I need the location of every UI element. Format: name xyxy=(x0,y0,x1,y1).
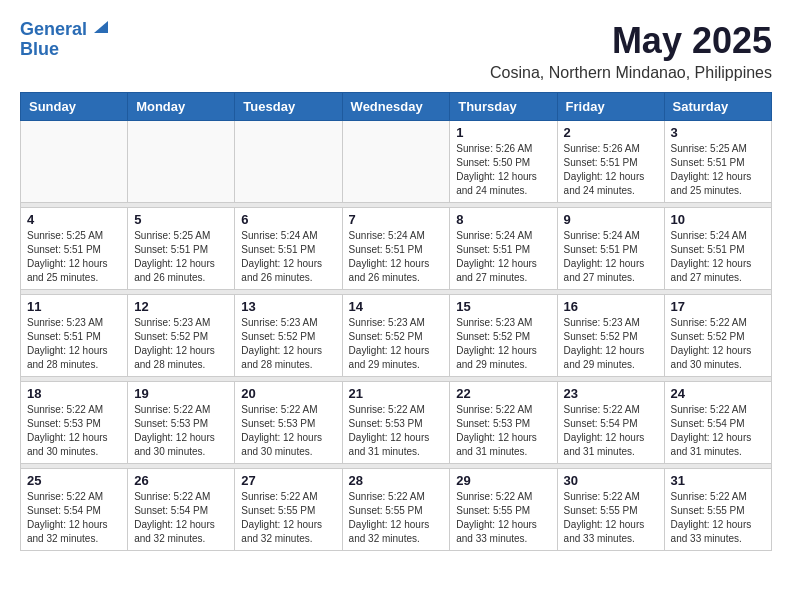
weekday-header: Thursday xyxy=(450,93,557,121)
day-info: Sunrise: 5:25 AM Sunset: 5:51 PM Dayligh… xyxy=(27,229,121,285)
calendar-cell: 13Sunrise: 5:23 AM Sunset: 5:52 PM Dayli… xyxy=(235,295,342,377)
day-number: 15 xyxy=(456,299,550,314)
day-info: Sunrise: 5:23 AM Sunset: 5:52 PM Dayligh… xyxy=(349,316,444,372)
svg-marker-0 xyxy=(94,21,108,33)
day-number: 5 xyxy=(134,212,228,227)
calendar-cell: 7Sunrise: 5:24 AM Sunset: 5:51 PM Daylig… xyxy=(342,208,450,290)
day-number: 20 xyxy=(241,386,335,401)
day-info: Sunrise: 5:22 AM Sunset: 5:55 PM Dayligh… xyxy=(564,490,658,546)
calendar-cell: 16Sunrise: 5:23 AM Sunset: 5:52 PM Dayli… xyxy=(557,295,664,377)
location-title: Cosina, Northern Mindanao, Philippines xyxy=(490,64,772,82)
day-info: Sunrise: 5:22 AM Sunset: 5:54 PM Dayligh… xyxy=(671,403,765,459)
calendar-cell: 2Sunrise: 5:26 AM Sunset: 5:51 PM Daylig… xyxy=(557,121,664,203)
day-info: Sunrise: 5:22 AM Sunset: 5:54 PM Dayligh… xyxy=(27,490,121,546)
day-number: 3 xyxy=(671,125,765,140)
calendar-cell: 21Sunrise: 5:22 AM Sunset: 5:53 PM Dayli… xyxy=(342,382,450,464)
weekday-header: Sunday xyxy=(21,93,128,121)
calendar-cell: 28Sunrise: 5:22 AM Sunset: 5:55 PM Dayli… xyxy=(342,469,450,551)
calendar-cell: 5Sunrise: 5:25 AM Sunset: 5:51 PM Daylig… xyxy=(128,208,235,290)
day-number: 10 xyxy=(671,212,765,227)
day-info: Sunrise: 5:22 AM Sunset: 5:53 PM Dayligh… xyxy=(241,403,335,459)
calendar-cell: 3Sunrise: 5:25 AM Sunset: 5:51 PM Daylig… xyxy=(664,121,771,203)
calendar-cell xyxy=(21,121,128,203)
logo-icon xyxy=(90,17,108,35)
day-info: Sunrise: 5:22 AM Sunset: 5:53 PM Dayligh… xyxy=(456,403,550,459)
day-info: Sunrise: 5:24 AM Sunset: 5:51 PM Dayligh… xyxy=(241,229,335,285)
day-info: Sunrise: 5:22 AM Sunset: 5:55 PM Dayligh… xyxy=(671,490,765,546)
day-number: 14 xyxy=(349,299,444,314)
calendar-header-row: SundayMondayTuesdayWednesdayThursdayFrid… xyxy=(21,93,772,121)
day-number: 8 xyxy=(456,212,550,227)
day-info: Sunrise: 5:25 AM Sunset: 5:51 PM Dayligh… xyxy=(671,142,765,198)
calendar-cell: 30Sunrise: 5:22 AM Sunset: 5:55 PM Dayli… xyxy=(557,469,664,551)
day-info: Sunrise: 5:23 AM Sunset: 5:52 PM Dayligh… xyxy=(456,316,550,372)
weekday-header: Wednesday xyxy=(342,93,450,121)
calendar-cell: 29Sunrise: 5:22 AM Sunset: 5:55 PM Dayli… xyxy=(450,469,557,551)
day-number: 25 xyxy=(27,473,121,488)
day-number: 2 xyxy=(564,125,658,140)
calendar-cell xyxy=(342,121,450,203)
day-number: 4 xyxy=(27,212,121,227)
day-number: 1 xyxy=(456,125,550,140)
day-info: Sunrise: 5:23 AM Sunset: 5:52 PM Dayligh… xyxy=(241,316,335,372)
calendar-cell: 10Sunrise: 5:24 AM Sunset: 5:51 PM Dayli… xyxy=(664,208,771,290)
weekday-header: Monday xyxy=(128,93,235,121)
day-number: 31 xyxy=(671,473,765,488)
day-number: 30 xyxy=(564,473,658,488)
calendar-cell: 23Sunrise: 5:22 AM Sunset: 5:54 PM Dayli… xyxy=(557,382,664,464)
day-info: Sunrise: 5:25 AM Sunset: 5:51 PM Dayligh… xyxy=(134,229,228,285)
day-info: Sunrise: 5:26 AM Sunset: 5:50 PM Dayligh… xyxy=(456,142,550,198)
day-info: Sunrise: 5:23 AM Sunset: 5:52 PM Dayligh… xyxy=(134,316,228,372)
day-number: 21 xyxy=(349,386,444,401)
day-info: Sunrise: 5:24 AM Sunset: 5:51 PM Dayligh… xyxy=(564,229,658,285)
day-info: Sunrise: 5:22 AM Sunset: 5:52 PM Dayligh… xyxy=(671,316,765,372)
day-number: 17 xyxy=(671,299,765,314)
calendar-cell: 15Sunrise: 5:23 AM Sunset: 5:52 PM Dayli… xyxy=(450,295,557,377)
day-number: 29 xyxy=(456,473,550,488)
day-info: Sunrise: 5:23 AM Sunset: 5:51 PM Dayligh… xyxy=(27,316,121,372)
calendar-table: SundayMondayTuesdayWednesdayThursdayFrid… xyxy=(20,92,772,551)
calendar-cell: 22Sunrise: 5:22 AM Sunset: 5:53 PM Dayli… xyxy=(450,382,557,464)
calendar-cell: 8Sunrise: 5:24 AM Sunset: 5:51 PM Daylig… xyxy=(450,208,557,290)
day-info: Sunrise: 5:24 AM Sunset: 5:51 PM Dayligh… xyxy=(456,229,550,285)
day-number: 22 xyxy=(456,386,550,401)
page-header: General Blue May 2025 Cosina, Northern M… xyxy=(20,20,772,82)
title-section: May 2025 Cosina, Northern Mindanao, Phil… xyxy=(490,20,772,82)
calendar-cell: 26Sunrise: 5:22 AM Sunset: 5:54 PM Dayli… xyxy=(128,469,235,551)
calendar-week-row: 4Sunrise: 5:25 AM Sunset: 5:51 PM Daylig… xyxy=(21,208,772,290)
calendar-cell: 19Sunrise: 5:22 AM Sunset: 5:53 PM Dayli… xyxy=(128,382,235,464)
day-info: Sunrise: 5:22 AM Sunset: 5:55 PM Dayligh… xyxy=(241,490,335,546)
calendar-week-row: 1Sunrise: 5:26 AM Sunset: 5:50 PM Daylig… xyxy=(21,121,772,203)
day-number: 12 xyxy=(134,299,228,314)
day-info: Sunrise: 5:24 AM Sunset: 5:51 PM Dayligh… xyxy=(671,229,765,285)
calendar-cell: 18Sunrise: 5:22 AM Sunset: 5:53 PM Dayli… xyxy=(21,382,128,464)
calendar-week-row: 18Sunrise: 5:22 AM Sunset: 5:53 PM Dayli… xyxy=(21,382,772,464)
calendar-cell: 20Sunrise: 5:22 AM Sunset: 5:53 PM Dayli… xyxy=(235,382,342,464)
day-info: Sunrise: 5:23 AM Sunset: 5:52 PM Dayligh… xyxy=(564,316,658,372)
calendar-cell: 14Sunrise: 5:23 AM Sunset: 5:52 PM Dayli… xyxy=(342,295,450,377)
weekday-header: Tuesday xyxy=(235,93,342,121)
day-info: Sunrise: 5:22 AM Sunset: 5:55 PM Dayligh… xyxy=(349,490,444,546)
calendar-cell: 24Sunrise: 5:22 AM Sunset: 5:54 PM Dayli… xyxy=(664,382,771,464)
day-info: Sunrise: 5:22 AM Sunset: 5:55 PM Dayligh… xyxy=(456,490,550,546)
calendar-week-row: 11Sunrise: 5:23 AM Sunset: 5:51 PM Dayli… xyxy=(21,295,772,377)
calendar-cell: 1Sunrise: 5:26 AM Sunset: 5:50 PM Daylig… xyxy=(450,121,557,203)
logo-text: General xyxy=(20,20,87,40)
day-info: Sunrise: 5:22 AM Sunset: 5:54 PM Dayligh… xyxy=(564,403,658,459)
day-info: Sunrise: 5:22 AM Sunset: 5:54 PM Dayligh… xyxy=(134,490,228,546)
logo-blue-text: Blue xyxy=(20,40,59,60)
calendar-cell: 31Sunrise: 5:22 AM Sunset: 5:55 PM Dayli… xyxy=(664,469,771,551)
day-info: Sunrise: 5:22 AM Sunset: 5:53 PM Dayligh… xyxy=(349,403,444,459)
calendar-week-row: 25Sunrise: 5:22 AM Sunset: 5:54 PM Dayli… xyxy=(21,469,772,551)
calendar-cell: 17Sunrise: 5:22 AM Sunset: 5:52 PM Dayli… xyxy=(664,295,771,377)
calendar-cell xyxy=(128,121,235,203)
day-info: Sunrise: 5:26 AM Sunset: 5:51 PM Dayligh… xyxy=(564,142,658,198)
calendar-cell: 12Sunrise: 5:23 AM Sunset: 5:52 PM Dayli… xyxy=(128,295,235,377)
day-info: Sunrise: 5:24 AM Sunset: 5:51 PM Dayligh… xyxy=(349,229,444,285)
day-number: 11 xyxy=(27,299,121,314)
day-number: 6 xyxy=(241,212,335,227)
day-number: 7 xyxy=(349,212,444,227)
calendar-cell: 11Sunrise: 5:23 AM Sunset: 5:51 PM Dayli… xyxy=(21,295,128,377)
weekday-header: Saturday xyxy=(664,93,771,121)
calendar-cell: 27Sunrise: 5:22 AM Sunset: 5:55 PM Dayli… xyxy=(235,469,342,551)
